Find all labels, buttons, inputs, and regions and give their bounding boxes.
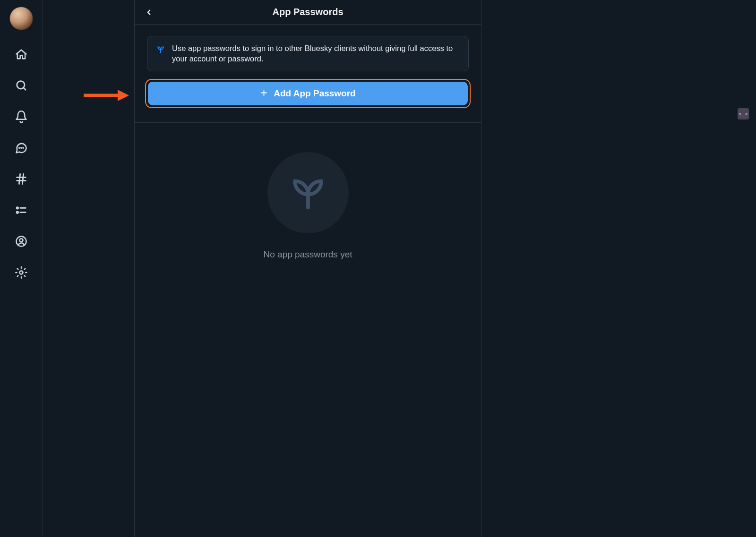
- sprout-large-icon: [288, 173, 328, 213]
- info-card: Use app passwords to sign in to other Bl…: [147, 36, 469, 71]
- add-button-label: Add App Password: [274, 88, 355, 99]
- svg-point-8: [19, 271, 23, 274]
- avatar[interactable]: [10, 7, 33, 30]
- svg-point-1: [19, 147, 19, 148]
- empty-state: No app passwords yet: [135, 122, 481, 260]
- bell-icon[interactable]: [15, 110, 28, 123]
- sprout-icon: [156, 45, 165, 54]
- info-text: Use app passwords to sign in to other Bl…: [172, 43, 460, 64]
- float-badge[interactable]: >_<: [738, 108, 749, 119]
- arrow-annotation-icon: [84, 89, 129, 102]
- chevron-left-icon: [145, 8, 153, 17]
- settings-icon[interactable]: [15, 266, 28, 279]
- float-badge-label: >_<: [739, 111, 748, 117]
- svg-point-3: [23, 147, 23, 148]
- nav-rail: [0, 0, 43, 537]
- profile-icon[interactable]: [15, 235, 28, 248]
- add-app-password-button[interactable]: Add App Password: [148, 82, 468, 105]
- page-title: App Passwords: [135, 7, 481, 17]
- svg-point-4: [17, 207, 18, 209]
- add-button-highlight: Add App Password: [145, 79, 471, 108]
- search-icon[interactable]: [15, 79, 28, 92]
- svg-point-7: [19, 239, 23, 242]
- empty-state-illustration: [267, 152, 349, 233]
- plus-icon: [260, 89, 268, 98]
- home-icon[interactable]: [15, 48, 28, 61]
- svg-point-2: [21, 147, 21, 148]
- empty-state-text: No app passwords yet: [264, 249, 352, 260]
- chat-icon[interactable]: [15, 141, 28, 154]
- back-button[interactable]: [142, 6, 155, 19]
- svg-point-5: [17, 212, 18, 213]
- hashtag-icon[interactable]: [15, 172, 28, 186]
- svg-marker-10: [118, 90, 129, 101]
- page-header: App Passwords: [135, 0, 481, 25]
- main-column: App Passwords Use app passwords to sign …: [134, 0, 481, 537]
- list-icon[interactable]: [15, 204, 28, 217]
